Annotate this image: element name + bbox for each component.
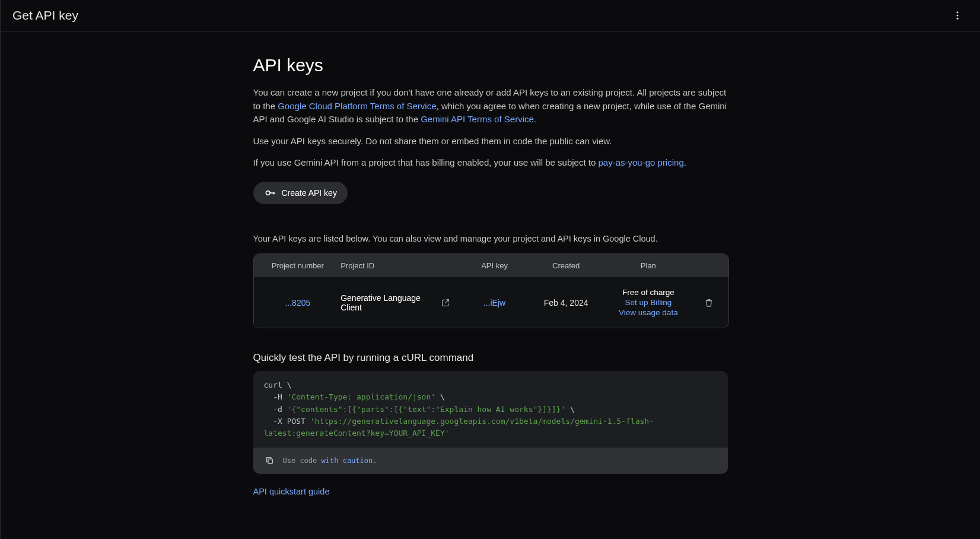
header-title: Get API key xyxy=(12,8,78,23)
col-created: Created xyxy=(530,261,602,270)
col-api-key: API key xyxy=(459,261,530,270)
more-options-button[interactable] xyxy=(947,5,968,26)
svg-point-0 xyxy=(957,11,959,13)
list-intro: Your API keys are listed below. You can … xyxy=(253,233,728,246)
curl-codebox: curl \ -H 'Content-Type: application/jso… xyxy=(253,371,728,474)
billing-paragraph: If you use Gemini API from a project tha… xyxy=(253,156,728,170)
delete-key-button[interactable] xyxy=(700,294,718,312)
table-row: ...8205 Generative Language Client ...iE… xyxy=(254,277,728,328)
project-id-cell: Generative Language Client xyxy=(337,293,437,312)
security-note: Use your API keys securely. Do not share… xyxy=(253,135,728,148)
project-number-link[interactable]: ...8205 xyxy=(285,298,310,307)
svg-rect-7 xyxy=(268,459,273,464)
svg-point-3 xyxy=(266,191,270,195)
table-header: Project number Project ID API key Create… xyxy=(254,254,728,277)
intro-paragraph: You can create a new project if you don'… xyxy=(253,86,728,126)
col-project-id: Project ID xyxy=(337,261,437,270)
svg-point-2 xyxy=(957,18,959,20)
intro-text-3: . xyxy=(534,114,536,124)
gemini-tos-link[interactable]: Gemini API Terms of Service xyxy=(421,114,534,124)
app-header: Get API key xyxy=(1,0,980,31)
copy-code-button[interactable] xyxy=(263,454,277,468)
more-vert-icon xyxy=(952,10,963,21)
open-in-new-icon xyxy=(441,298,450,307)
open-project-button[interactable] xyxy=(437,294,454,311)
create-api-key-button[interactable]: Create API key xyxy=(253,182,348,204)
main-content: API keys You can create a new project if… xyxy=(241,31,740,532)
key-icon xyxy=(264,187,276,199)
api-quickstart-link[interactable]: API quickstart guide xyxy=(253,487,330,496)
billing-text-2: . xyxy=(684,157,686,167)
api-keys-table: Project number Project ID API key Create… xyxy=(253,253,729,328)
plan-cell: Free of charge Set up Billing View usage… xyxy=(602,288,695,317)
code-footer: Use code with caution. xyxy=(253,448,728,474)
gcp-tos-link[interactable]: Google Cloud Platform Terms of Service xyxy=(278,101,436,111)
setup-billing-link[interactable]: Set up Billing xyxy=(625,298,672,307)
copy-icon xyxy=(265,456,274,465)
plan-free-label: Free of charge xyxy=(622,288,674,297)
code-footer-text: Use code with caution. xyxy=(283,456,377,465)
payg-pricing-link[interactable]: pay-as-you-go pricing xyxy=(598,157,683,167)
col-plan: Plan xyxy=(602,261,695,270)
create-api-key-label: Create API key xyxy=(282,188,337,198)
col-project-number: Project number xyxy=(259,261,338,270)
trash-icon xyxy=(704,298,714,307)
created-cell: Feb 4, 2024 xyxy=(530,298,602,307)
caution-link[interactable]: with caution. xyxy=(322,456,377,465)
billing-text-1: If you use Gemini API from a project tha… xyxy=(253,157,599,167)
curl-code: curl \ -H 'Content-Type: application/jso… xyxy=(253,371,728,448)
api-key-link[interactable]: ...iEjw xyxy=(483,298,505,307)
view-usage-link[interactable]: View usage data xyxy=(619,308,678,317)
svg-point-1 xyxy=(957,15,959,17)
page-title: API keys xyxy=(253,55,728,75)
curl-heading: Quickly test the API by running a cURL c… xyxy=(253,352,728,364)
